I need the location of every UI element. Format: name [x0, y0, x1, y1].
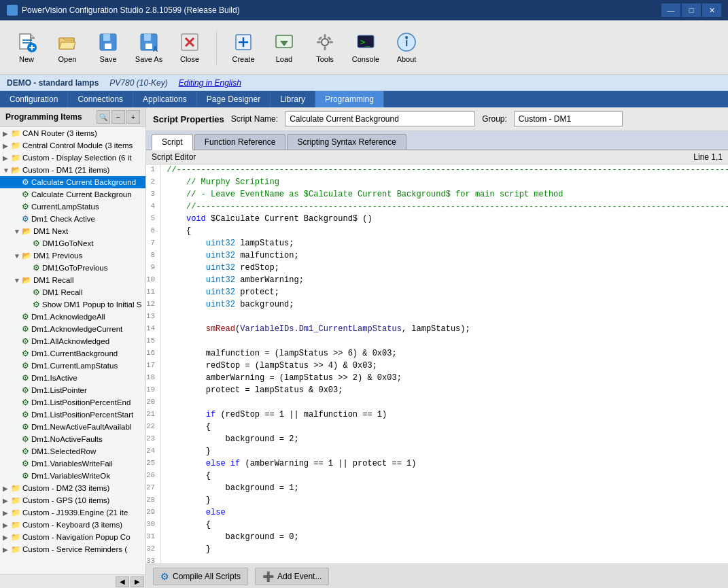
tree-item-dm1-go-to-prev[interactable]: ⚙ DM1GoToPrevious	[0, 262, 145, 274]
tree-folder-gps[interactable]: ▶ 📁 Custom - GPS (10 items)	[0, 494, 145, 506]
tree-folder-can-router[interactable]: ▶ 📁 CAN Router (3 items)	[0, 127, 145, 139]
tree-item-is-active[interactable]: ⚙ Dm1.IsActive	[0, 372, 145, 384]
tree-folder-central-control[interactable]: ▶ 📁 Central Control Module (3 items	[0, 139, 145, 152]
tree-item-dm1-go-to-next[interactable]: ⚙ DM1GoToNext	[0, 237, 145, 249]
tree-folder-dm1-recall[interactable]: ▼ 📂 DM1 Recall	[0, 274, 145, 286]
line-code[interactable]	[161, 336, 728, 348]
tree-item-calculate-bg[interactable]: ⚙ Calculate Current Backgroun	[0, 188, 145, 201]
tree-folder-dm2[interactable]: ▶ 📁 Custom - DM2 (33 items)	[0, 482, 145, 494]
line-code[interactable]: uint32 background;	[161, 299, 728, 311]
line-code[interactable]: redStop = (lampStatus >> 4) & 0x03;	[161, 360, 728, 373]
nav-configuration[interactable]: Configuration	[0, 91, 68, 107]
tree-folder-dm1-previous[interactable]: ▼ 📂 DM1 Previous	[0, 249, 145, 262]
line-code[interactable]: //--------------------------------------…	[161, 165, 728, 177]
line-code[interactable]: uint32 malfunction;	[161, 250, 728, 262]
tree-item-dm1-check-active[interactable]: ⚙ Dm1 Check Active	[0, 213, 145, 225]
line-code[interactable]: {	[161, 226, 728, 238]
maximize-button[interactable]: □	[682, 3, 701, 17]
tree-folder-nav-popup[interactable]: ▶ 📁 Custom - Navigation Popup Co	[0, 531, 145, 543]
tree-folder-display-selection[interactable]: ▶ 📁 Custom - Display Selection (6 it	[0, 152, 145, 164]
tree-item-list-pointer[interactable]: ⚙ Dm1.ListPointer	[0, 384, 145, 396]
tree-item-current-lamp-status[interactable]: ⚙ CurrentLampStatus	[0, 201, 145, 213]
line-code[interactable]: uint32 lampStatus;	[161, 238, 728, 250]
line-code[interactable]: background = 0;	[161, 532, 728, 544]
open-button[interactable]: Open	[48, 24, 87, 71]
line-code[interactable]: }	[161, 544, 728, 556]
close-button[interactable]: Close	[170, 24, 209, 71]
tree-item-dm1-recall-script[interactable]: ⚙ DM1 Recall	[0, 286, 145, 298]
line-code[interactable]	[161, 556, 728, 564]
line-code[interactable]: uint32 redStop;	[161, 262, 728, 275]
line-code[interactable]: amberWarning = (lampStatus >> 2) & 0x03;	[161, 373, 728, 385]
compile-all-button[interactable]: ⚙ Compile All Scripts	[153, 568, 248, 585]
line-code[interactable]	[161, 311, 728, 324]
tree-item-new-fault[interactable]: ⚙ Dm1.NewActiveFaultAvailabl	[0, 421, 145, 433]
line-code[interactable]: }	[161, 446, 728, 458]
sidebar-expand-button[interactable]: +	[126, 110, 140, 124]
line-code[interactable]: {	[161, 519, 728, 532]
group-input[interactable]	[514, 111, 623, 126]
add-event-button[interactable]: ➕ Add Event...	[255, 568, 329, 585]
line-code[interactable]: uint32 amberWarning;	[161, 275, 728, 287]
line-code[interactable]: malfunction = (lampStatus >> 6) & 0x03;	[161, 348, 728, 360]
new-button[interactable]: New	[7, 24, 46, 71]
tree-item-no-faults[interactable]: ⚙ Dm1.NoActiveFaults	[0, 433, 145, 445]
nav-library[interactable]: Library	[271, 91, 315, 107]
line-code[interactable]: if (redStop == 1 || malfunction == 1)	[161, 409, 728, 421]
about-button[interactable]: i About	[387, 24, 426, 71]
tree-item-acknowledge-all[interactable]: ⚙ Dm1.AcknowledgeAll	[0, 311, 145, 323]
line-code[interactable]: }	[161, 495, 728, 507]
tree-item-list-pos-start[interactable]: ⚙ Dm1.ListPositionPercentStart	[0, 409, 145, 421]
sidebar-tree[interactable]: ▶ 📁 CAN Router (3 items) ▶ 📁 Central Con…	[0, 127, 145, 574]
line-code[interactable]: uint32 protect;	[161, 287, 728, 299]
line-code[interactable]	[161, 397, 728, 409]
tree-folder-service-reminders[interactable]: ▶ 📁 Custom - Service Reminders (	[0, 543, 145, 555]
tree-item-current-lamp-status-2[interactable]: ⚙ Dm1.CurrentLampStatus	[0, 360, 145, 372]
tree-folder-j1939[interactable]: ▶ 📁 Custom - J1939.Engine (21 ite	[0, 506, 145, 519]
nav-connections[interactable]: Connections	[68, 91, 133, 107]
nav-applications[interactable]: Applications	[133, 91, 197, 107]
tree-item-acknowledge-current[interactable]: ⚙ Dm1.AcknowledgeCurrent	[0, 323, 145, 335]
console-button[interactable]: >_ Console	[346, 24, 385, 71]
save-button[interactable]: Save	[88, 24, 128, 71]
minimize-button[interactable]: —	[661, 3, 680, 17]
tree-item-calculate-bg-selected[interactable]: ⚙ Calculate Current Background	[0, 176, 145, 188]
tree-item-variables-write-ok[interactable]: ⚙ Dm1.VariablesWriteOk	[0, 470, 145, 482]
script-editor[interactable]: 1//-------------------------------------…	[146, 165, 728, 564]
tools-button[interactable]: Tools	[305, 24, 345, 71]
tree-item-selected-row[interactable]: ⚙ DM1.SelectedRow	[0, 445, 145, 457]
create-button[interactable]: Create	[224, 24, 263, 71]
tab-script[interactable]: Script	[152, 134, 193, 150]
tree-item-all-acknowledged[interactable]: ⚙ Dm1.AllAcknowledged	[0, 335, 145, 347]
tab-function-reference[interactable]: Function Reference	[194, 134, 286, 150]
tree-item-variables-write-fail[interactable]: ⚙ Dm1.VariablesWriteFail	[0, 457, 145, 470]
sidebar-collapse-button[interactable]: −	[111, 110, 125, 124]
close-window-button[interactable]: ✕	[702, 3, 721, 17]
tree-item-show-dm1-popup[interactable]: ⚙ Show DM1 Popup to Initial S	[0, 298, 145, 311]
save-as-button[interactable]: A Save As	[129, 24, 169, 71]
line-code[interactable]: {	[161, 470, 728, 483]
line-code[interactable]: else if (amberWarning == 1 || protect ==…	[161, 458, 728, 470]
line-code[interactable]: else	[161, 507, 728, 519]
tree-item-current-background[interactable]: ⚙ Dm1.CurrentBackground	[0, 347, 145, 360]
line-code[interactable]: protect = lampStatus & 0x03;	[161, 385, 728, 397]
editing-link[interactable]: Editing in English	[179, 78, 241, 88]
load-button[interactable]: Load	[264, 24, 304, 71]
line-code[interactable]: //--------------------------------------…	[161, 201, 728, 213]
sidebar-scroll-left[interactable]: ◀	[116, 576, 129, 587]
script-name-input[interactable]	[285, 111, 475, 126]
line-code[interactable]: background = 1;	[161, 483, 728, 495]
line-code[interactable]: // Murphy Scripting	[161, 177, 728, 189]
nav-page-designer[interactable]: Page Designer	[197, 91, 271, 107]
tree-folder-keyboard[interactable]: ▶ 📁 Custom - Keyboard (3 items)	[0, 519, 145, 531]
line-code[interactable]: smRead(VariableIDs.Dm1_CurrentLampStatus…	[161, 324, 728, 336]
line-code[interactable]: void $Calculate Current Background$ ()	[161, 213, 728, 226]
line-code[interactable]: background = 2;	[161, 434, 728, 446]
nav-programming[interactable]: Programming	[315, 91, 384, 107]
line-code[interactable]: {	[161, 421, 728, 434]
tree-folder-dm1-next[interactable]: ▼ 📂 DM1 Next	[0, 225, 145, 237]
tab-scripting-syntax-reference[interactable]: Scripting Syntax Reference	[287, 134, 406, 150]
line-code[interactable]: // - Leave EventName as $Calculate Curre…	[161, 189, 728, 201]
sidebar-scroll-right[interactable]: ▶	[131, 576, 144, 587]
sidebar-search-button[interactable]: 🔍	[97, 110, 110, 124]
